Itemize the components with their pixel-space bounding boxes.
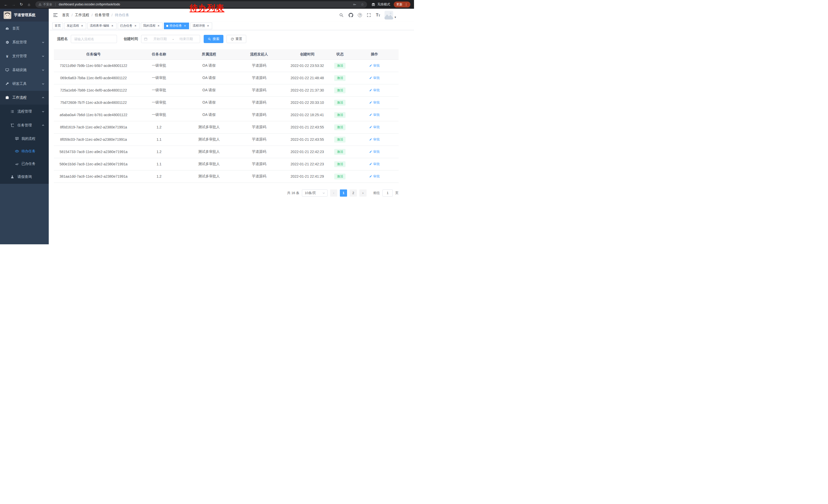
tab-process-form-edit[interactable]: 流程表单-编辑 × [87,22,117,29]
workflow-branch-icon [10,123,14,127]
browser-home-icon[interactable]: ⌂ [26,1,32,8]
close-icon[interactable]: × [206,24,210,28]
task-name-cell: 1.2 [133,170,185,183]
approve-link[interactable]: 审批 [369,112,380,117]
breadcrumb-workflow[interactable]: 工作流程 [75,13,89,17]
bookmark-star-icon[interactable]: ☆ [361,2,364,6]
process-name-input[interactable] [71,35,117,43]
approve-link[interactable]: 审批 [369,149,380,154]
font-size-icon[interactable]: TT [376,13,380,17]
sidebar-item-workflow[interactable]: 工作流程 [0,91,49,104]
page-1-button[interactable]: 1 [340,189,347,197]
sidebar-item-system[interactable]: 系统管理 [0,35,49,49]
page-size-select[interactable]: 10条/页 [302,189,328,197]
approve-link[interactable]: 审批 [369,174,380,179]
tab-done-tasks[interactable]: 已办任务 × [118,22,139,29]
sidebar-item-done-tasks[interactable]: 已办任务 [0,157,49,170]
close-icon[interactable]: × [183,24,187,28]
initiator-cell: 芋道源码 [233,84,285,96]
col-initiator: 流程发起人 [233,49,285,59]
tab-process-detail[interactable]: 流程详情 × [190,22,212,29]
approve-link[interactable]: 审批 [369,88,380,93]
initiator-cell: 芋道源码 [233,72,285,84]
tab-home[interactable]: 首页 [52,22,63,29]
status-badge: 激活 [334,161,345,167]
sidebar-item-todo-tasks[interactable]: 待办任务 [0,145,49,157]
end-date-placeholder: 结束日期 [175,37,197,41]
status-cell: 激活 [330,146,350,158]
search-button[interactable]: 搜索 [204,35,223,43]
next-page-button[interactable]: › [359,189,367,197]
incognito-label: 无痕模式 [377,2,390,7]
goto-label: 前往 [373,191,380,195]
browser-menu-icon[interactable]: ⋮ [405,3,408,6]
sidebar-toggle-icon[interactable] [53,12,58,18]
create-time-range-picker[interactable]: 开始日期 - 结束日期 [141,35,200,43]
github-icon[interactable] [348,12,354,18]
workflow-submenu: 流程管理 任务管理 我的流程 待办任务 [0,104,49,184]
approve-link[interactable]: 审批 [369,63,380,68]
sidebar-item-home[interactable]: 首页 [0,21,49,35]
table-row: 580e1b3d-7ac8-11ec-a9e2-a2380e71991a 1.1… [54,158,399,170]
sidebar-item-infrastructure[interactable]: 基础设施 [0,63,49,77]
initiator-cell: 芋道源码 [233,158,285,170]
task-id-cell: 069c6a63-7b8a-11ec-8ef0-acde48001122 [54,72,133,84]
sidebar-item-process-management[interactable]: 流程管理 [0,104,49,119]
sidebar-item-payment[interactable]: ¥ 支付管理 [0,49,49,63]
approve-link[interactable]: 审批 [369,125,380,130]
approve-link[interactable]: 审批 [369,137,380,142]
breadcrumb-home[interactable]: 首页 [62,13,69,17]
omnibox-divider [55,3,56,6]
close-icon[interactable]: × [80,24,84,28]
sidebar-item-leave-query[interactable]: 请假查询 [0,170,49,184]
page-2-button[interactable]: 2 [349,189,357,197]
app-logo-row[interactable]: 芋道管理系统 [0,9,49,21]
close-icon[interactable]: × [157,24,160,28]
status-badge: 激活 [334,137,345,142]
browser-reload-icon[interactable]: ↻ [18,1,25,8]
breadcrumb-current: 待办任务 [115,13,129,17]
tab-my-process[interactable]: 我的流程 × [141,22,163,29]
tab-todo-tasks[interactable]: 待办任务 × [164,22,189,29]
table-row: 75d72608-7b7f-11ec-a3c8-acde48001122 一级审… [54,96,399,109]
help-icon[interactable]: ? [358,13,362,17]
task-id-cell: 8f059c03-7ac8-11ec-a9e2-a2380e71991a [54,133,133,146]
sidebar-item-task-management[interactable]: 任务管理 [0,119,49,132]
browser-forward-icon[interactable]: → [10,1,17,8]
chevron-down-icon [42,55,45,58]
action-cell: 审批 [350,84,399,96]
table-row: 069c6a63-7b8a-11ec-8ef0-acde48001122 一级审… [54,72,399,84]
chat-person-icon [15,137,19,141]
sidebar-item-my-process[interactable]: 我的流程 [0,132,49,145]
approve-link[interactable]: 审批 [369,76,380,80]
action-cell: 审批 [350,121,399,133]
action-cell: 审批 [350,109,399,121]
task-id-cell: 381aa1dd-7ac8-11ec-a9e2-a2380e71991a [54,170,133,183]
close-icon[interactable]: × [111,24,114,28]
prev-page-button[interactable]: ‹ [330,189,337,197]
start-date-placeholder: 开始日期 [149,37,171,41]
sidebar-item-devtools[interactable]: 研发工具 [0,77,49,91]
user-avatar-menu[interactable]: ▾ [384,11,396,19]
yen-icon: ¥ [5,54,9,58]
tab-initiate-process[interactable]: 发起流程 × [65,22,86,29]
goto-page-input[interactable] [382,189,393,197]
fullscreen-icon[interactable] [366,12,371,18]
task-name-cell: 一级审批 [133,84,185,96]
close-icon[interactable]: × [134,24,137,28]
reset-button[interactable]: 重置 [226,35,246,43]
top-navbar: 首页 / 工作流程 / 任务管理 / 待办任务 ? [49,9,414,21]
browser-update-button[interactable]: 更新 ⋮ [394,2,410,7]
search-icon[interactable] [339,12,344,18]
page-suffix-label: 页 [395,191,399,195]
approve-link[interactable]: 审批 [369,100,380,105]
browser-back-icon[interactable]: ← [3,1,9,8]
password-key-icon[interactable] [353,3,357,6]
person-icon [10,175,14,179]
status-cell: 激活 [330,59,350,72]
approve-link[interactable]: 审批 [369,162,380,166]
breadcrumb-task-management[interactable]: 任务管理 [95,13,109,17]
task-name-cell: 一级审批 [133,72,185,84]
app-logo [4,11,11,19]
task-id-cell: 725a1eb6-7b88-11ec-8ef0-acde48001122 [54,84,133,96]
